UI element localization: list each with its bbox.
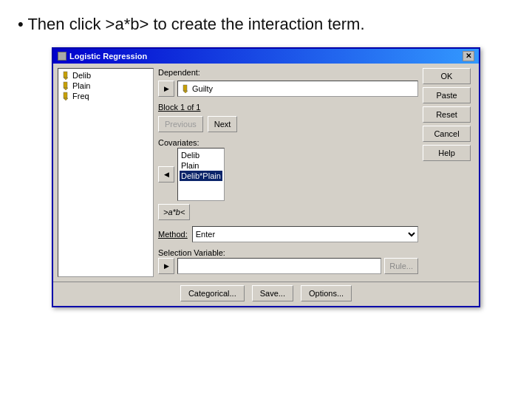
bullet-text: • Then click >a*b> to create the interac… (18, 13, 514, 35)
dialog-titlebar: Logistic Regression ✕ (53, 49, 479, 64)
categorical-button[interactable]: Categorical... (180, 285, 245, 301)
dialog-title-icon (58, 52, 66, 61)
sel-var-field[interactable] (177, 258, 381, 274)
block-nav-row: Previous Next (158, 116, 418, 132)
dependent-label: Dependent: (158, 68, 418, 77)
svg-marker-1 (64, 78, 68, 80)
method-label: Method: (158, 230, 188, 239)
sel-var-arrow-button[interactable]: ▶ (158, 258, 174, 274)
dependent-row: ▶ Guilty (158, 81, 418, 97)
dependent-field[interactable]: Guilty (177, 81, 418, 97)
covar-controls: >a*b< (158, 204, 418, 220)
list-item[interactable]: Freq (60, 91, 151, 101)
covar-item-delib[interactable]: Delib (180, 150, 222, 160)
svg-rect-4 (64, 92, 67, 98)
save-button[interactable]: Save... (252, 285, 293, 301)
cancel-button[interactable]: Cancel (423, 126, 471, 142)
next-button[interactable]: Next (208, 116, 238, 132)
ab-interaction-button[interactable]: >a*b< (158, 204, 190, 220)
covar-item-delib-plain[interactable]: Delib*Plain (180, 171, 222, 181)
svg-marker-5 (64, 98, 68, 100)
selection-variable-section: Selection Variable: ▶ Rule... (158, 248, 418, 274)
covariate-list[interactable]: Delib Plain Delib*Plain (177, 148, 225, 201)
block-label: Block 1 of 1 (158, 103, 418, 112)
options-button[interactable]: Options... (301, 285, 352, 301)
help-button[interactable]: Help (423, 145, 471, 161)
list-item[interactable]: Plain (60, 81, 151, 91)
svg-rect-0 (64, 72, 67, 78)
bottom-buttons: Categorical... Save... Options... (53, 282, 479, 306)
close-button[interactable]: ✕ (463, 51, 474, 61)
rule-button[interactable]: Rule... (384, 258, 418, 274)
slide-content: • Then click >a*b> to create the interac… (0, 0, 532, 315)
dependent-arrow-button[interactable]: ▶ (158, 81, 174, 97)
svg-rect-2 (64, 82, 67, 88)
pencil-icon (61, 81, 70, 90)
sel-var-label: Selection Variable: (158, 248, 418, 257)
paste-button[interactable]: Paste (423, 87, 471, 103)
ok-button[interactable]: OK (423, 68, 471, 84)
covariates-label: Covariates: (158, 138, 418, 147)
svg-rect-6 (183, 85, 187, 91)
middle-panel: Dependent: ▶ Guilty Block 1 of 1 (158, 68, 418, 277)
pencil-icon (61, 92, 70, 100)
variable-list: Delib Plain Freq (58, 68, 154, 277)
svg-marker-7 (183, 91, 188, 93)
dialog-title: Logistic Regression (58, 52, 147, 61)
covar-item-plain[interactable]: Plain (180, 160, 222, 171)
svg-marker-3 (64, 88, 68, 90)
reset-button[interactable]: Reset (423, 106, 471, 123)
pencil-icon (61, 71, 70, 80)
list-item[interactable]: Delib (60, 70, 151, 81)
logistic-regression-dialog: Logistic Regression ✕ Delib (52, 47, 480, 307)
right-panel-buttons: OK Paste Reset Cancel Help (423, 68, 474, 277)
dialog-wrapper: Logistic Regression ✕ Delib (18, 47, 514, 307)
dialog-body: Delib Plain Freq (53, 64, 479, 282)
method-row: Method: Enter (158, 226, 418, 242)
covar-input-row: ◀ Delib Plain Delib*Plain (158, 148, 418, 201)
previous-button[interactable]: Previous (158, 116, 203, 132)
method-select[interactable]: Enter (192, 226, 418, 242)
covar-arrow-button[interactable]: ◀ (158, 166, 174, 183)
sel-var-row: ▶ Rule... (158, 258, 418, 274)
covariates-section: Covariates: ◀ Delib Plain Delib*Plain >a… (158, 138, 418, 220)
